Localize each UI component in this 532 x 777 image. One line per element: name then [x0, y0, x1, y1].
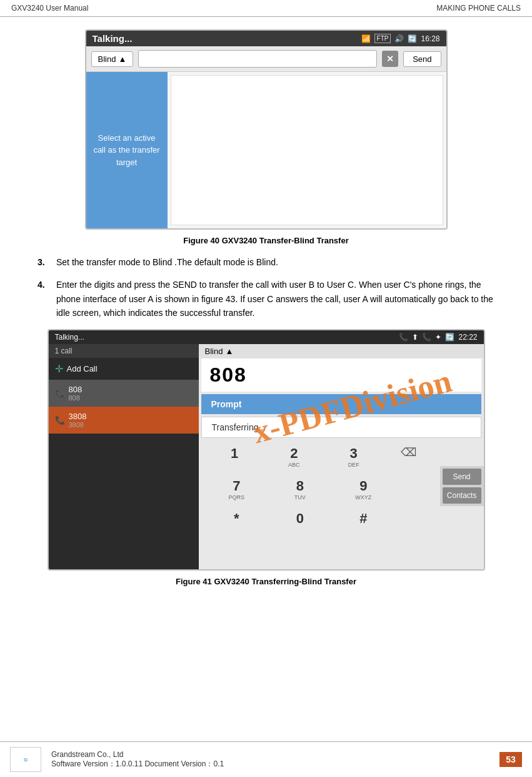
figure40-caption: Figure 40 GXV3240 Transfer-Blind Transfe… [38, 236, 494, 245]
list-text-3: Set the transfer mode to Blind .The defa… [56, 255, 278, 269]
key-hash[interactable]: # [344, 508, 382, 529]
transfer-input-40[interactable] [138, 50, 377, 68]
key-2[interactable]: 2ABC [275, 443, 313, 470]
right-panel-41: Blind ▲ 808 Prompt Transferring... [199, 344, 484, 569]
bluetooth-icon-41: ✦ [435, 333, 441, 342]
list-number-3: 3. [38, 255, 50, 269]
keypad-keys-41: 1 2ABC 3DEF ⌫ 7PQRS 8TUV 9WXYZ * [199, 440, 440, 532]
clear-button-40[interactable]: ✕ [382, 51, 398, 67]
key-0[interactable]: 0 [281, 508, 319, 529]
send-button-40[interactable]: Send [403, 51, 441, 67]
footer-info: Grandstream Co., Ltd Software Version：1.… [51, 750, 489, 769]
figure41-caption: Figure 41 GXV3240 Transferring-Blind Tra… [38, 577, 494, 586]
phone-body-41: 1 call ✛ Add Call 📞 808 808 📞 3808 [49, 344, 484, 569]
status-bar-41: Talking... 📞 ⬆ 📞 ✦ 🔄 22:22 [49, 330, 484, 344]
add-call-label: Add Call [67, 364, 98, 373]
prompt-box-41: Prompt [201, 394, 481, 414]
call-info-3808: 3808 3808 [69, 412, 87, 429]
company-name: Grandstream Co., Ltd [51, 750, 489, 759]
dial-display-41: 808 [201, 358, 481, 392]
plus-icon: ✛ [55, 363, 63, 375]
software-version: Software Version：1.0.0.11 Document Versi… [51, 759, 489, 769]
add-call-row[interactable]: ✛ Add Call [49, 358, 199, 380]
backspace-key[interactable]: ⌫ [394, 443, 423, 470]
ftp-badge: FTP [374, 34, 391, 43]
page-number: 53 [499, 752, 522, 767]
keypad-41: 1 2ABC 3DEF ⌫ 7PQRS 8TUV 9WXYZ * [199, 440, 484, 532]
upload-icon-41: ⬆ [412, 333, 418, 342]
phone-icon-808: 📞 [55, 388, 65, 398]
call-tab-header: 1 call [49, 344, 199, 358]
company-logo: G [10, 747, 41, 772]
active-call-label: Select an active call as the transfer ta… [93, 132, 161, 169]
blind-label-41: Blind [205, 347, 223, 356]
list-number-4: 4. [38, 278, 50, 320]
blind-label: Blind [98, 54, 116, 64]
phone-icon-3808: 📞 [55, 415, 65, 425]
call-row-808[interactable]: 📞 808 808 [49, 380, 199, 407]
status-bar-40: Talking... 📶 FTP 🔊 🔄 16:28 [86, 31, 446, 46]
key-3[interactable]: 3DEF [335, 443, 373, 470]
figure40-screenshot: Talking... 📶 FTP 🔊 🔄 16:28 Blind ▲ ✕ Sen… [85, 29, 448, 230]
key-9[interactable]: 9WXYZ [344, 475, 382, 503]
page-footer: G Grandstream Co., Ltd Software Version：… [0, 741, 532, 777]
side-buttons-41: Send Contacts [440, 466, 484, 506]
key-7[interactable]: 7PQRS [218, 475, 255, 503]
network-icon: 📶 [361, 34, 371, 43]
phone-icon-41: 📞 [422, 333, 431, 342]
transferring-box-41: Transferring... [201, 417, 481, 438]
page-content: Talking... 📶 FTP 🔊 🔄 16:28 Blind ▲ ✕ Sen… [0, 17, 532, 609]
blind-button[interactable]: Blind ▲ [91, 51, 134, 67]
page-header: GXV3240 User Manual MAKING PHONE CALLS [0, 0, 532, 17]
toolbar-40: Blind ▲ ✕ Send [86, 46, 446, 72]
left-panel-41: 1 call ✛ Add Call 📞 808 808 📞 3808 [49, 344, 199, 569]
blank-41 [408, 475, 421, 503]
key-star[interactable]: * [218, 508, 255, 529]
status-right-41: 📞 ⬆ 📞 ✦ 🔄 22:22 [399, 333, 477, 342]
blind-header-41: Blind ▲ [199, 344, 484, 358]
arrow-icon-41: ▲ [225, 347, 233, 356]
dropdown-arrow-icon: ▲ [118, 54, 126, 64]
list-item-3: 3. Set the transfer mode to Blind .The d… [38, 255, 494, 269]
key-1[interactable]: 1 [216, 443, 253, 470]
blank2-41 [408, 508, 421, 529]
status-talking-40: Talking... [93, 33, 133, 44]
empty-panel-40 [171, 75, 443, 225]
keypad-row-1: 1 2ABC 3DEF ⌫ [199, 440, 440, 473]
send-side-btn[interactable]: Send [443, 469, 481, 485]
sync-icon-41: 🔄 [445, 333, 454, 342]
list-text-4: Enter the digits and press the SEND to t… [56, 278, 494, 320]
volume-icon: 🔊 [394, 34, 404, 43]
keypad-row-2: 7PQRS 8TUV 9WXYZ [199, 473, 440, 505]
figure41-screenshot: Talking... 📞 ⬆ 📞 ✦ 🔄 22:22 1 call ✛ Add … [48, 329, 485, 571]
status-right-40: 📶 FTP 🔊 🔄 16:28 [361, 34, 440, 43]
call-icon-41: 📞 [399, 333, 408, 342]
phone-body-40: Select an active call as the transfer ta… [86, 72, 446, 228]
keypad-row-3: * 0 # [199, 505, 440, 532]
status-talking-41: Talking... [55, 333, 84, 342]
contacts-side-btn[interactable]: Contacts [443, 487, 481, 504]
list-item-4: 4. Enter the digits and press the SEND t… [38, 278, 494, 320]
header-left: GXV3240 User Manual [11, 4, 88, 13]
call-info-808: 808 808 [69, 385, 83, 402]
sync-icon: 🔄 [408, 34, 417, 43]
key-8[interactable]: 8TUV [281, 475, 319, 503]
time-40: 16:28 [421, 34, 439, 43]
active-call-panel[interactable]: Select an active call as the transfer ta… [86, 72, 168, 228]
call-row-3808[interactable]: 📞 3808 3808 [49, 407, 199, 434]
header-right: MAKING PHONE CALLS [436, 4, 521, 13]
time-41: 22:22 [458, 333, 477, 342]
